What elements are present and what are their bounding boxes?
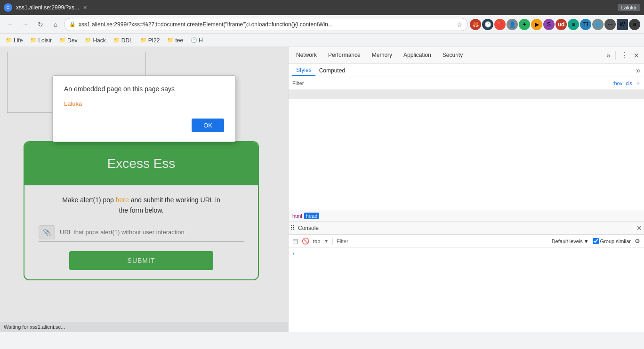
levels-label: Default levels — [552, 238, 583, 244]
browser-favicon: C — [4, 3, 12, 12]
bookmark-dev[interactable]: 📁 Dev — [57, 36, 79, 45]
ext-icon-3[interactable]: 🔴 — [494, 19, 506, 30]
tab-application[interactable]: Application — [398, 49, 437, 62]
ext-icon-14[interactable]: ≡ — [629, 19, 640, 30]
tab-network[interactable]: Network — [290, 49, 322, 62]
ext-icon-4[interactable]: 👤 — [507, 19, 518, 30]
dialog-ok-button[interactable]: OK — [192, 119, 224, 132]
group-similar-checkbox[interactable] — [593, 238, 599, 244]
home-button[interactable]: ⌂ — [49, 18, 62, 31]
bookmark-star-icon[interactable]: ☆ — [457, 21, 463, 28]
folder-icon: 📁 — [167, 37, 174, 43]
main-content: Excess Ess Make alert(1) pop here and su… — [0, 47, 644, 332]
folder-icon: 📁 — [59, 37, 66, 43]
devtools-close-icon[interactable]: ✕ — [631, 52, 642, 59]
bookmark-label: PI22 — [148, 37, 160, 44]
dialog-overlay: An embedded page on this page says Laluk… — [0, 47, 288, 332]
toolbar-divider — [332, 238, 333, 245]
ext-icon-2[interactable]: 🕐 — [482, 19, 493, 30]
alert-dialog: An embedded page on this page says Laluk… — [52, 75, 236, 142]
devtools-tab-more-icon[interactable]: » — [604, 51, 613, 60]
ext-icon-8[interactable]: ud — [555, 19, 567, 30]
devtools-tabs: Network Performance Memory Application S… — [289, 47, 644, 64]
console-close-icon[interactable]: ✕ — [636, 224, 642, 232]
forward-button[interactable]: → — [19, 18, 32, 31]
console-dropdown-icon[interactable]: ▼ — [324, 238, 329, 244]
ext-icon-1[interactable]: 🦊 — [470, 19, 481, 30]
dialog-message: Laluka — [64, 100, 224, 107]
bookmark-label: DDL — [121, 37, 133, 44]
bookmark-label: tee — [175, 37, 183, 44]
bookmark-label: H — [199, 37, 203, 44]
tab-title: xss1.alieni.se:2999/?xs... — [16, 4, 79, 11]
group-similar-label: Group similar — [600, 238, 631, 244]
bookmark-tee[interactable]: 📁 tee — [165, 36, 185, 45]
console-toolbar: ▤ 🚫 top ▼ Default levels ▼ Group similar… — [289, 235, 644, 248]
ext-icon-6[interactable]: ▶ — [531, 19, 542, 30]
breadcrumb-head-tag[interactable]: head — [304, 213, 319, 219]
filter-bar: Filter :hov .cls + — [289, 77, 644, 90]
bookmark-pi22[interactable]: 📁 PI22 — [138, 36, 162, 45]
devtools-panel: Network Performance Memory Application S… — [288, 47, 644, 332]
hov-button[interactable]: :hov — [612, 80, 622, 86]
bookmark-h[interactable]: 🕐 H — [189, 36, 205, 45]
address-bar[interactable]: 🔒 xss1.alieni.se:2999/?xss=%27;i=documen… — [64, 18, 468, 31]
console-group-similar: Group similar — [593, 238, 631, 244]
bookmark-label: Dev — [67, 37, 77, 44]
clock-icon: 🕐 — [191, 37, 197, 43]
folder-icon: 📁 — [140, 37, 147, 43]
console-settings-icon[interactable]: ⚙ — [635, 238, 640, 245]
extensions-area: 🦊 🕐 🔴 👤 ✦ ▶ S ud ≡ TI 🌐 ⋯ W ≡ — [470, 19, 640, 30]
tab-memory[interactable]: Memory — [366, 49, 398, 62]
console-levels: Default levels ▼ — [552, 238, 589, 244]
ext-icon-10[interactable]: TI — [580, 19, 591, 30]
ext-icon-7[interactable]: S — [543, 19, 555, 30]
bookmark-label: Life — [14, 37, 23, 44]
ext-icon-5[interactable]: ✦ — [519, 19, 530, 30]
tab-styles[interactable]: Styles — [292, 65, 315, 76]
console-tab[interactable]: Console — [293, 223, 323, 233]
tab-close-icon[interactable]: ✕ — [83, 5, 87, 11]
breadcrumb-html-tag[interactable]: html — [292, 213, 302, 219]
devtools-menu-icon[interactable]: ⋮ — [618, 51, 631, 60]
title-bar: C xss1.alieni.se:2999/?xs... ✕ Laluka — [0, 0, 644, 15]
dialog-footer: OK — [64, 119, 224, 132]
console-filter-input[interactable] — [337, 238, 547, 244]
bookmark-life[interactable]: 📁 Life — [4, 36, 24, 45]
ext-icon-13[interactable]: W — [617, 19, 628, 30]
console-body: › — [289, 248, 644, 332]
security-icon: 🔒 — [69, 21, 76, 27]
bookmarks-bar: 📁 Life 📁 Loisir 📁 Dev 📁 Hack 📁 DDL 📁 PI2… — [0, 34, 644, 47]
hov-cls-buttons: :hov .cls — [612, 80, 632, 86]
styles-empty-bar — [289, 90, 644, 99]
bookmark-label: Hack — [93, 37, 105, 44]
tab-performance[interactable]: Performance — [322, 49, 366, 62]
console-caret-icon[interactable]: › — [292, 250, 294, 257]
bookmark-hack[interactable]: 📁 Hack — [83, 36, 107, 45]
tab-security[interactable]: Security — [437, 49, 468, 62]
console-sidebar-icon[interactable]: ▤ — [292, 238, 298, 245]
webpage-panel: Excess Ess Make alert(1) pop here and su… — [0, 47, 288, 332]
refresh-button[interactable]: ↻ — [34, 18, 47, 31]
filter-label: Filter — [292, 80, 304, 86]
ext-icon-12[interactable]: ⋯ — [604, 19, 616, 30]
ext-icon-9[interactable]: ≡ — [568, 19, 579, 30]
styles-more-icon[interactable]: » — [636, 66, 640, 75]
bookmark-ddl[interactable]: 📁 DDL — [112, 36, 135, 45]
dom-breadcrumb: html head — [289, 210, 644, 221]
tab-computed[interactable]: Computed — [315, 65, 349, 76]
bookmark-loisir[interactable]: 📁 Loisir — [28, 36, 54, 45]
console-panel: ⠿ Console ✕ ▤ 🚫 top ▼ Default levels ▼ — [289, 221, 644, 332]
bookmark-label: Loisir — [38, 37, 52, 44]
console-clear-icon[interactable]: 🚫 — [302, 238, 309, 245]
console-tabs: ⠿ Console ✕ — [289, 222, 644, 235]
cls-button[interactable]: .cls — [624, 80, 632, 86]
folder-icon: 📁 — [85, 37, 91, 43]
levels-dropdown-icon[interactable]: ▼ — [584, 238, 589, 244]
back-button[interactable]: ← — [4, 18, 17, 31]
nav-bar: ← → ↻ ⌂ 🔒 xss1.alieni.se:2999/?xss=%27;i… — [0, 15, 644, 34]
add-style-button[interactable]: + — [636, 79, 640, 87]
folder-icon: 📁 — [113, 37, 120, 43]
ext-icon-11[interactable]: 🌐 — [592, 19, 604, 30]
url-text: xss1.alieni.se:2999/?xss=%27;i=document.… — [79, 21, 454, 28]
